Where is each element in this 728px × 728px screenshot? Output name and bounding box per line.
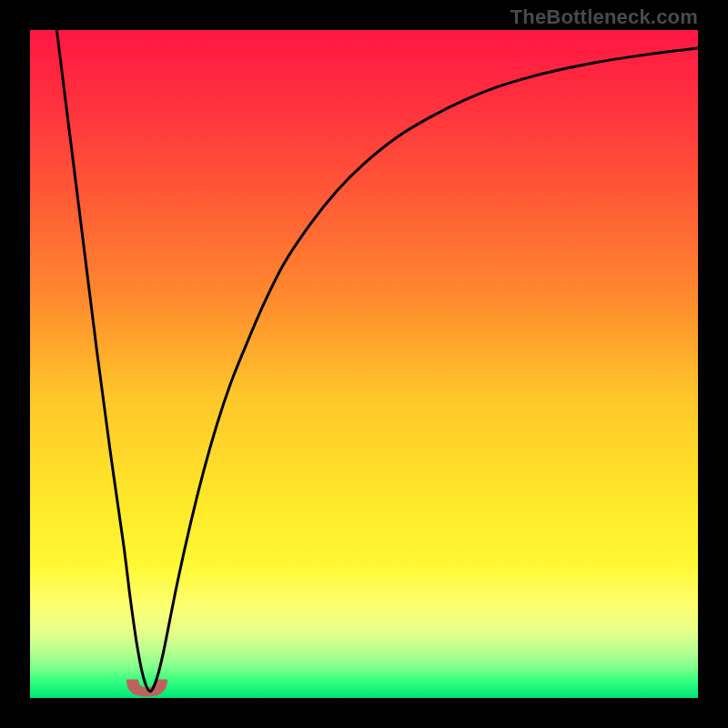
chart-frame: TheBottleneck.com	[0, 0, 728, 728]
watermark-text: TheBottleneck.com	[511, 5, 698, 29]
chart-svg	[30, 30, 698, 698]
plot-area	[30, 30, 698, 698]
